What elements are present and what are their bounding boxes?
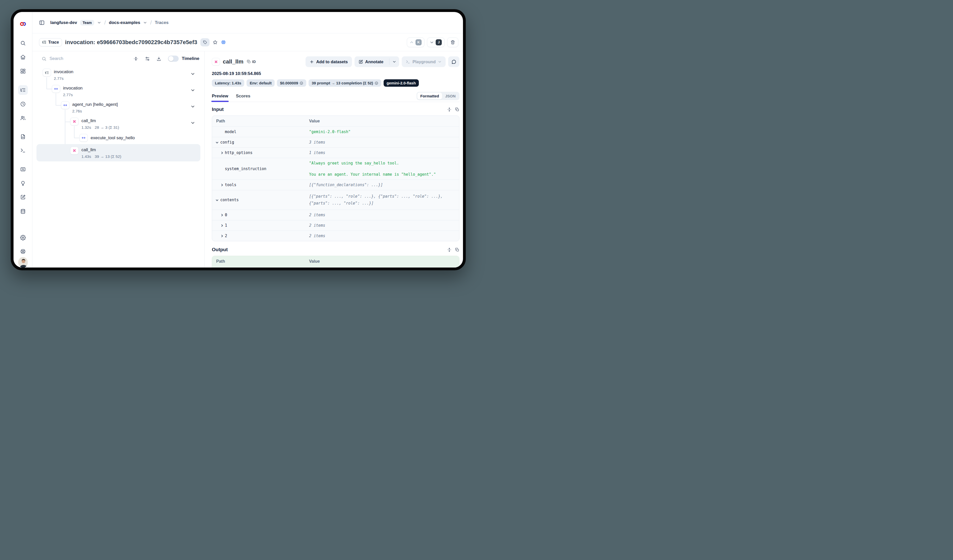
column-header-value: Value	[305, 116, 459, 127]
sidebar-item-playground[interactable]	[18, 145, 28, 155]
view-settings-button[interactable]	[145, 56, 150, 61]
sidebar-item-datasets[interactable]	[18, 207, 28, 216]
generation-icon-chip	[212, 58, 220, 65]
add-to-datasets-button[interactable]: Add to datasets	[306, 56, 352, 67]
sidebar-item-evaluation[interactable]	[18, 164, 28, 174]
trace-tree: invocation 2.77s invocation 2.77s	[33, 66, 205, 268]
sidebar-item-insights[interactable]	[18, 178, 28, 188]
chevron-right-icon	[220, 214, 223, 217]
playground-button[interactable]: Playground	[402, 56, 445, 67]
collapse-node-button[interactable]	[191, 88, 195, 92]
sidebar-item-dashboards[interactable]	[18, 66, 28, 76]
sidebar-item-search[interactable]	[18, 38, 28, 48]
unfold-vertical-icon	[447, 107, 452, 112]
shortcut-key-badge: J	[436, 39, 442, 45]
collapse-all-button[interactable]	[133, 56, 138, 61]
plus-icon	[310, 60, 314, 64]
table-row-content[interactable]: content 2 items	[212, 267, 459, 268]
lifebuoy-icon	[20, 249, 26, 254]
move-horizontal-icon	[63, 103, 67, 107]
breadcrumb-separator: /	[150, 19, 152, 26]
sidebar-item-prompts[interactable]	[18, 132, 28, 142]
sidebar	[14, 12, 33, 268]
table-row-tools[interactable]: tools [{"function_declarations": ...}]	[212, 179, 459, 190]
table-row-contents[interactable]: contents [{"parts": ..., "role": ...}, {…	[212, 190, 459, 210]
timeline-toggle[interactable]	[168, 56, 178, 62]
table-row-system-instruction: system_instruction "Always greet using t…	[212, 158, 459, 179]
sidebar-item-home[interactable]	[18, 52, 28, 62]
tab-preview[interactable]: Preview	[212, 90, 228, 102]
info-icon	[300, 81, 303, 85]
cost-badge: $0.000009	[277, 79, 306, 87]
clock-icon	[20, 101, 26, 107]
collapse-node-button[interactable]	[191, 104, 195, 108]
annotate-button[interactable]: Annotate	[354, 56, 387, 67]
dashboard-grid-icon	[20, 68, 26, 74]
list-tree-icon	[20, 87, 26, 93]
table-row-model: model "gemini-2.0-flash"	[212, 127, 459, 137]
sidebar-item-settings[interactable]	[18, 233, 28, 243]
span-node-icon	[61, 101, 70, 109]
sidebar-item-support[interactable]	[18, 247, 28, 256]
next-trace-button[interactable]: J	[427, 37, 445, 47]
observation-title: call_llm	[223, 59, 244, 65]
column-header-path: Path	[212, 256, 305, 267]
chevron-up-icon	[410, 40, 414, 44]
download-button[interactable]	[157, 56, 161, 61]
collapse-node-button[interactable]	[191, 121, 195, 125]
comments-button[interactable]	[448, 56, 459, 67]
sidebar-item-annotation[interactable]	[18, 192, 28, 202]
window-frame: langfuse-dev Team / docs-examples / Trac…	[11, 9, 466, 270]
sidebar-item-tracing[interactable]	[18, 85, 28, 95]
copy-id-button[interactable]: ID	[247, 60, 256, 64]
tree-search-input[interactable]	[50, 56, 88, 61]
id-chip-label: ID	[252, 60, 256, 64]
user-avatar[interactable]	[18, 258, 28, 267]
tags-button[interactable]	[200, 38, 210, 46]
copy-section-button[interactable]	[455, 107, 459, 112]
collapse-node-button[interactable]	[191, 72, 195, 76]
panel-toggle-button[interactable]	[39, 20, 45, 25]
clipboard-pen-icon	[20, 194, 26, 200]
table-row-contents-0[interactable]: 0 2 items	[212, 210, 459, 220]
model-badge[interactable]: gemini-2.0-flash	[383, 79, 419, 87]
breadcrumb-page[interactable]: Traces	[155, 20, 169, 25]
annotate-dropdown-button[interactable]	[389, 59, 399, 65]
trace-title-bar: Trace invocation: e59666703bedc7090229c4…	[33, 33, 463, 51]
table-row-contents-2[interactable]: 2 2 items	[212, 230, 459, 241]
sidebar-item-users[interactable]	[18, 113, 28, 123]
annotate-button-group: Annotate	[354, 56, 399, 67]
input-table: Path Value model "gemini-2.0-flash" conf…	[212, 116, 459, 241]
bookmark-star-button[interactable]	[213, 40, 218, 45]
chevron-down-icon	[438, 60, 442, 63]
expand-section-button[interactable]	[447, 107, 452, 112]
public-share-button[interactable]	[221, 40, 226, 45]
terminal-icon	[20, 148, 26, 153]
tab-scores[interactable]: Scores	[236, 90, 250, 102]
sidebar-item-sessions[interactable]	[18, 99, 28, 109]
delete-trace-button[interactable]	[447, 37, 458, 47]
table-row-contents-1[interactable]: 1 2 items	[212, 220, 459, 230]
chevron-down-icon	[430, 40, 434, 44]
table-row-config[interactable]: config 3 items	[212, 137, 459, 147]
org-switcher-button[interactable]	[97, 21, 101, 25]
project-switcher-button[interactable]	[143, 21, 147, 25]
format-json-button[interactable]: JSON	[442, 93, 459, 99]
output-table: Path Value content 2 items	[212, 256, 459, 268]
breadcrumb-org[interactable]: langfuse-dev	[50, 20, 77, 25]
breadcrumb-project[interactable]: docs-examples	[109, 20, 140, 25]
chevron-down-icon	[216, 141, 219, 144]
generation-node-icon	[70, 118, 79, 125]
prev-trace-button[interactable]: K	[407, 37, 424, 47]
timeline-toggle-label: Timeline	[182, 56, 199, 61]
message-bubble-icon	[452, 59, 456, 64]
chevron-down-icon	[191, 121, 195, 125]
copy-icon	[247, 60, 251, 64]
shortcut-key-badge: K	[416, 39, 422, 45]
lightbulb-icon	[20, 181, 26, 186]
langfuse-logo-icon	[18, 19, 28, 29]
copy-section-button[interactable]	[455, 248, 459, 252]
format-formatted-button[interactable]: Formatted	[417, 93, 442, 99]
expand-section-button[interactable]	[447, 248, 452, 252]
table-row-http-options[interactable]: http_options 1 items	[212, 147, 459, 158]
